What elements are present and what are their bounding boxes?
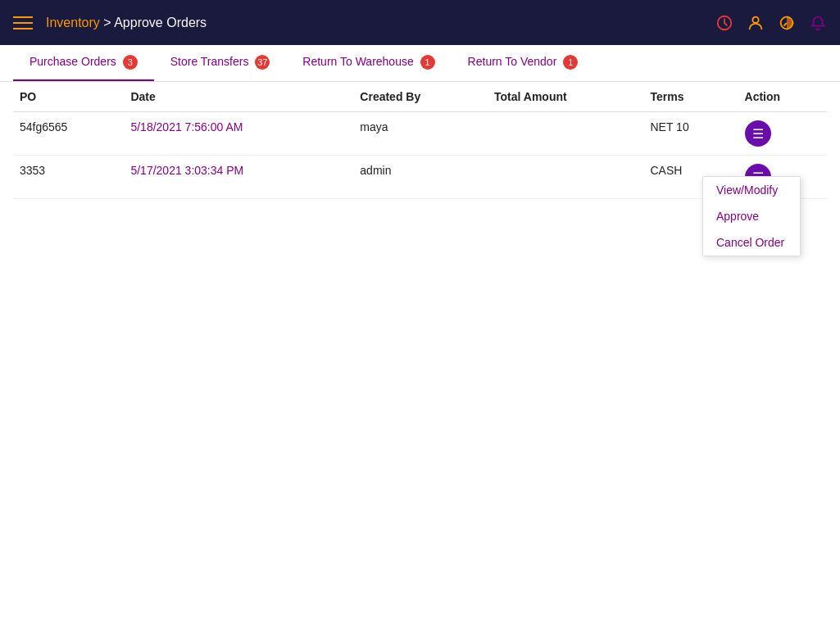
dropdown-approve[interactable]: Approve xyxy=(703,203,800,229)
cell-po-0: 54fg6565 xyxy=(13,112,124,156)
tab-purchase-orders[interactable]: Purchase Orders 3 xyxy=(13,45,154,81)
header-inventory: Inventory xyxy=(46,16,100,29)
header-separator: > xyxy=(100,16,114,29)
user-icon[interactable] xyxy=(747,14,765,32)
tab-return-to-warehouse[interactable]: Return To Warehouse 1 xyxy=(286,45,451,81)
col-terms: Terms xyxy=(643,82,738,112)
bell-icon[interactable] xyxy=(809,14,827,32)
action-dropdown-menu: View/Modify Approve Cancel Order xyxy=(702,176,801,256)
header-page: Approve Orders xyxy=(114,16,207,29)
svg-point-1 xyxy=(752,16,758,22)
cell-date-0: 5/18/2021 7:56:00 AM xyxy=(124,112,353,156)
cell-po-1: 3353 xyxy=(13,156,124,199)
cell-action-0: ☰ xyxy=(738,112,827,156)
dropdown-cancel-order[interactable]: Cancel Order xyxy=(703,229,800,256)
col-date: Date xyxy=(124,82,353,112)
tab-store-transfers[interactable]: Store Transfers 37 xyxy=(154,45,287,81)
header-icons xyxy=(715,14,827,32)
header: Inventory > Approve Orders xyxy=(0,0,840,45)
tab-return-to-vendor[interactable]: Return To Vendor 1 xyxy=(452,45,595,81)
nav-tabs: Purchase Orders 3 Store Transfers 37 Ret… xyxy=(0,45,840,82)
cell-date-1: 5/17/2021 3:03:34 PM xyxy=(124,156,353,199)
dropdown-view-modify[interactable]: View/Modify xyxy=(703,177,800,203)
cell-terms-0: NET 10 xyxy=(643,112,738,156)
col-created-by: Created By xyxy=(353,82,488,112)
cell-createdby-0: maya xyxy=(353,112,488,156)
col-po: PO xyxy=(13,82,124,112)
clock-icon[interactable] xyxy=(715,14,733,32)
table-container: PO Date Created By Total Amount Terms Ac… xyxy=(0,82,840,199)
chart-icon[interactable] xyxy=(778,14,796,32)
cell-createdby-1: admin xyxy=(353,156,488,199)
action-button-0[interactable]: ☰ xyxy=(745,120,771,147)
col-action: Action xyxy=(738,82,827,112)
cell-totalamount-0 xyxy=(488,112,643,156)
table-header-row: PO Date Created By Total Amount Terms Ac… xyxy=(13,82,827,112)
cell-totalamount-1 xyxy=(488,156,643,199)
table-row: 54fg6565 5/18/2021 7:56:00 AM maya NET 1… xyxy=(13,112,827,156)
col-total-amount: Total Amount xyxy=(488,82,643,112)
header-title: Inventory > Approve Orders xyxy=(46,16,207,30)
hamburger-menu[interactable] xyxy=(13,16,33,29)
